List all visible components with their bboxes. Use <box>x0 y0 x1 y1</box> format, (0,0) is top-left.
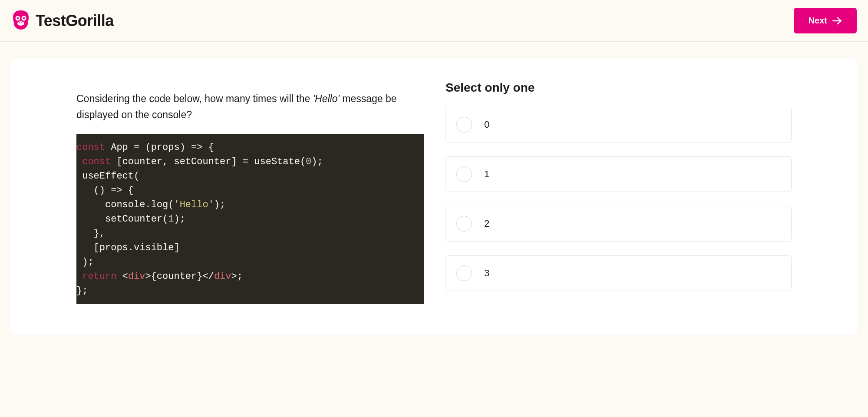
code-token: ); <box>214 199 225 210</box>
code-token: useEffect( <box>76 171 139 182</box>
code-token: setCounter( <box>76 214 168 225</box>
radio-icon <box>456 166 472 182</box>
code-token: >; <box>231 271 242 282</box>
radio-icon <box>456 216 472 232</box>
code-token: console.log( <box>76 199 174 210</box>
code-token: 'Hello' <box>174 199 214 210</box>
svg-point-6 <box>21 22 23 23</box>
answer-option-2[interactable]: 2 <box>446 206 792 242</box>
answer-option-label: 2 <box>484 218 489 229</box>
question-emph: 'Hello' <box>313 93 340 104</box>
answer-option-1[interactable]: 1 <box>446 156 792 192</box>
code-token <box>76 271 82 282</box>
code-token <box>76 156 82 167</box>
code-token: const <box>76 142 105 153</box>
answer-option-label: 3 <box>484 268 489 279</box>
next-button[interactable]: Next <box>794 8 857 33</box>
answer-option-label: 1 <box>484 169 489 180</box>
code-token: const <box>82 156 111 167</box>
radio-icon <box>456 265 472 281</box>
brand-logo: TestGorilla <box>11 10 114 32</box>
code-token: [props.visible] <box>76 242 180 253</box>
arrow-right-icon <box>832 17 842 25</box>
code-token: [counter, setCounter] = useState( <box>111 156 306 167</box>
code-token: }, <box>76 228 105 239</box>
next-button-label: Next <box>809 16 827 26</box>
code-token: < <box>116 271 128 282</box>
code-token: ); <box>174 214 185 225</box>
code-token: ); <box>311 156 323 167</box>
code-token: App = (props) => { <box>105 142 214 153</box>
question-text: Considering the code below, how many tim… <box>76 91 424 123</box>
code-block: const App = (props) => { const [counter,… <box>76 134 424 304</box>
svg-point-2 <box>17 17 19 19</box>
gorilla-icon <box>11 10 30 32</box>
brand-name: TestGorilla <box>36 12 114 30</box>
code-token: >{counter}</ <box>145 271 214 282</box>
svg-point-5 <box>19 22 20 23</box>
answer-options: 0123 <box>446 107 792 291</box>
question-card: Considering the code below, how many tim… <box>11 59 857 334</box>
code-token: () => { <box>76 185 134 196</box>
code-token: div <box>128 271 145 282</box>
answer-option-0[interactable]: 0 <box>446 107 792 142</box>
code-token: ); <box>76 257 94 268</box>
code-token: }; <box>76 285 88 296</box>
answer-option-label: 0 <box>484 119 489 130</box>
answer-option-3[interactable]: 3 <box>446 255 792 291</box>
question-prefix: Considering the code below, how many tim… <box>76 93 313 104</box>
radio-icon <box>456 117 472 132</box>
svg-point-3 <box>23 17 25 19</box>
code-token: div <box>214 271 231 282</box>
svg-point-4 <box>17 21 24 26</box>
answer-instruction: Select only one <box>446 81 792 95</box>
code-token: return <box>82 271 116 282</box>
code-token: 0 <box>306 156 311 167</box>
app-header: TestGorilla Next <box>0 0 868 42</box>
code-token: 1 <box>168 214 174 225</box>
